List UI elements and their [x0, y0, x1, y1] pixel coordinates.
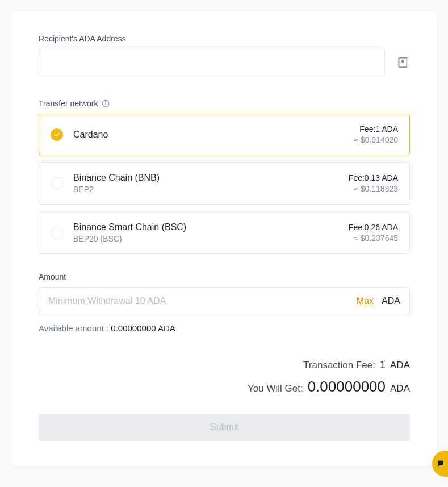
network-name: Cardano — [73, 130, 108, 140]
submit-button[interactable]: Submit — [39, 414, 410, 441]
network-fee-col: Fee:1 ADA ≈ $0.914020 — [354, 124, 398, 144]
transfer-network-label-text: Transfer network — [39, 99, 98, 108]
svg-rect-1 — [401, 60, 404, 63]
recipient-address-label: Recipient's ADA Address — [39, 34, 410, 43]
radio-unchecked-icon — [51, 227, 63, 239]
withdraw-form-card: Recipient's ADA Address Transfer network — [11, 11, 437, 466]
network-name: Binance Chain (BNB) — [73, 173, 160, 183]
transaction-fee-label: Transaction Fee: — [303, 360, 375, 371]
radio-unchecked-icon — [51, 177, 63, 190]
available-amount-value: 0.00000000 ADA — [111, 323, 175, 333]
network-fee: Fee:0.26 ADA — [349, 223, 398, 232]
network-option-bsc[interactable]: Binance Smart Chain (BSC) BEP20 (BSC) Fe… — [39, 211, 410, 254]
network-fee: Fee:1 ADA — [354, 124, 398, 134]
network-fee-col: Fee:0.13 ADA ≈ $0.118823 — [349, 173, 398, 193]
transfer-network-label: Transfer network — [39, 99, 410, 108]
network-sub: BEP2 — [73, 185, 160, 194]
transaction-fee-value: 1 — [380, 359, 386, 371]
recipient-address-input[interactable] — [39, 49, 385, 76]
network-fee-usd: ≈ $0.118823 — [349, 184, 398, 193]
network-name-col: Cardano — [73, 130, 108, 140]
svg-point-7 — [105, 102, 106, 102]
you-will-get-value: 0.00000000 — [308, 378, 386, 396]
you-will-get-unit: ADA — [390, 383, 410, 394]
available-amount-row: Available amount : 0.00000000 ADA — [39, 323, 410, 333]
max-button[interactable]: Max — [357, 296, 374, 306]
summary-section: Transaction Fee: 1 ADA You Will Get: 0.0… — [39, 359, 410, 396]
you-will-get-row: You Will Get: 0.00000000 ADA — [248, 378, 410, 396]
you-will-get-label: You Will Get: — [248, 383, 303, 394]
network-fee: Fee:0.13 ADA — [349, 173, 398, 182]
network-option-bnb[interactable]: Binance Chain (BNB) BEP2 Fee:0.13 ADA ≈ … — [39, 162, 410, 205]
network-name-col: Binance Chain (BNB) BEP2 — [73, 173, 160, 194]
address-book-icon[interactable] — [395, 55, 410, 70]
transaction-fee-unit: ADA — [390, 360, 410, 371]
recipient-address-row — [39, 49, 410, 76]
amount-label: Amount — [39, 272, 410, 281]
amount-currency: ADA — [382, 296, 400, 306]
amount-input[interactable] — [48, 296, 349, 306]
transaction-fee-row: Transaction Fee: 1 ADA — [303, 359, 410, 371]
network-option-list: Cardano Fee:1 ADA ≈ $0.914020 Binance Ch… — [39, 114, 410, 254]
available-amount-label: Available amount : — [39, 323, 111, 333]
amount-input-row: Max ADA — [39, 287, 410, 315]
network-name: Binance Smart Chain (BSC) — [73, 222, 186, 232]
info-icon[interactable] — [102, 99, 110, 107]
network-sub: BEP20 (BSC) — [73, 234, 186, 243]
network-name-col: Binance Smart Chain (BSC) BEP20 (BSC) — [73, 222, 186, 243]
network-fee-usd: ≈ $0.914020 — [354, 135, 398, 144]
radio-checked-icon — [51, 128, 63, 141]
amount-section: Amount Max ADA Available amount : 0.0000… — [39, 272, 410, 333]
network-fee-usd: ≈ $0.237645 — [349, 234, 398, 243]
network-fee-col: Fee:0.26 ADA ≈ $0.237645 — [349, 223, 398, 243]
network-option-cardano[interactable]: Cardano Fee:1 ADA ≈ $0.914020 — [39, 114, 410, 155]
